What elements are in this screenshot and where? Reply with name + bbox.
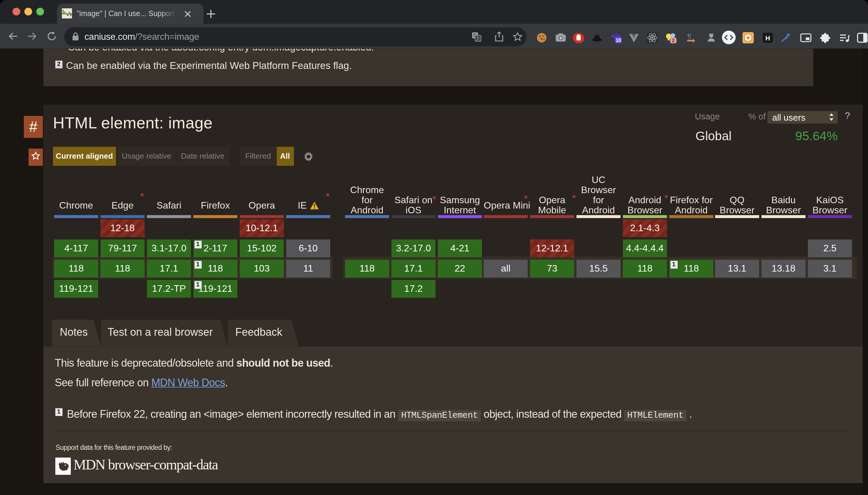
svg-text:文: 文 bbox=[476, 36, 480, 41]
svg-text:2: 2 bbox=[672, 38, 675, 44]
svg-text:¶: ¶ bbox=[687, 32, 691, 41]
svg-text:H: H bbox=[765, 34, 770, 42]
svg-text:10: 10 bbox=[616, 38, 621, 43]
